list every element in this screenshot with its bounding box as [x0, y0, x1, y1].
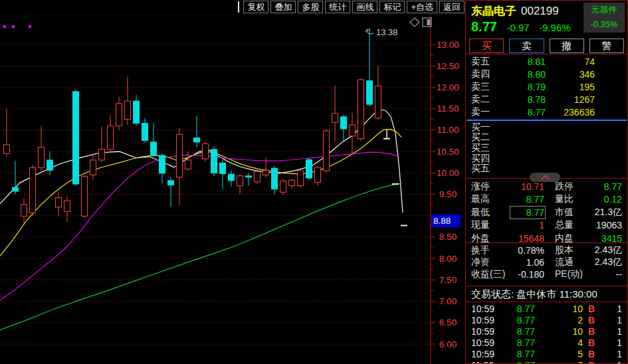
- trade-button-买[interactable]: 买: [469, 39, 504, 53]
- tick-direction-flag: B: [583, 337, 600, 348]
- buy-level-row[interactable]: 买二: [466, 133, 627, 143]
- industry-change: -0.35%: [583, 17, 625, 32]
- candle-body: [39, 147, 45, 168]
- toolbar-button-复权[interactable]: 复权: [243, 1, 268, 13]
- ma-line-MA20: [0, 152, 399, 300]
- level-volume: 74: [546, 56, 595, 67]
- buy-level-row[interactable]: 买三: [466, 143, 627, 153]
- marker-dot: [12, 25, 15, 28]
- trade-status-label: 交易状态:: [471, 288, 514, 300]
- stock-code: 002199: [521, 5, 559, 17]
- tick-count: 1: [600, 326, 622, 337]
- candle-body: [177, 134, 183, 177]
- stats-row: 现量1总量19063: [466, 219, 627, 232]
- tick-time: 10:59: [471, 337, 500, 348]
- sell-level-row[interactable]: 卖二8.781267: [466, 94, 627, 106]
- trade-button-卖[interactable]: 卖: [509, 39, 544, 53]
- level-price: 8.78: [510, 94, 546, 105]
- toolbar-button-返回[interactable]: 返回: [439, 1, 465, 13]
- toolbar-button-标记[interactable]: 标记: [379, 1, 405, 13]
- candle-body: [375, 86, 381, 118]
- candle-body: [246, 176, 252, 177]
- candle-body: [21, 205, 27, 216]
- level-label: 卖一: [471, 106, 510, 118]
- stat-value: 8.77: [511, 194, 544, 205]
- buy-levels: 买一买二买三买四买五: [466, 122, 627, 174]
- price-row: 8.77 -0.97 -9.96%: [471, 19, 571, 35]
- tick-row: 10:598.7710B1: [466, 303, 627, 314]
- candle-body: [324, 131, 330, 171]
- tick-row: 10:598.775B1: [466, 348, 627, 359]
- candle-body: [358, 80, 364, 139]
- buy-level-row[interactable]: 买一: [466, 122, 627, 133]
- divider: [466, 54, 627, 54]
- toolbar-button-画线[interactable]: 画线: [352, 1, 377, 13]
- trade-button-警[interactable]: 警: [589, 39, 624, 53]
- level-label: 卖三: [471, 81, 510, 93]
- stats-grid-secondary: 换手0.78%股本2.43亿净资1.06流通2.43亿收益(三)-0.180PE…: [466, 244, 627, 280]
- stat-label: PE(动): [555, 268, 593, 280]
- axis-label: 7.50: [439, 275, 457, 285]
- divider: [466, 242, 627, 243]
- level-price: 8.81: [510, 56, 546, 67]
- candle-body: [82, 176, 88, 216]
- candle-body: [159, 155, 165, 173]
- buy-level-row[interactable]: 买四: [466, 153, 627, 164]
- tick-time: 10:59: [471, 349, 500, 359]
- tick-row: 10:598.774B1: [466, 337, 627, 348]
- candle-body: [73, 92, 79, 184]
- stat-value: 21.3亿: [593, 207, 622, 219]
- toolbar-button-统计[interactable]: 统计: [325, 1, 350, 13]
- axis-label: 13.00: [437, 40, 459, 50]
- level-label: 买五: [471, 163, 510, 175]
- toolbar-button-+自选[interactable]: +自选: [407, 1, 437, 13]
- diamond-icon: [410, 18, 419, 27]
- toolbar-button-多股[interactable]: 多股: [298, 1, 323, 13]
- sell-level-row[interactable]: 卖一8.77236636: [466, 106, 627, 119]
- stat-value: --: [593, 269, 622, 280]
- stat-value: 1.06: [511, 257, 544, 268]
- stock-title: 东晶电子002199: [471, 3, 559, 19]
- tick-count: 1: [600, 315, 622, 325]
- stat-value: 19063: [593, 220, 622, 230]
- stat-label: 股本: [555, 244, 593, 256]
- tick-price: 8.77: [500, 315, 535, 325]
- axis-label: 12.50: [437, 61, 459, 71]
- tick-direction-flag: B: [583, 326, 600, 337]
- candlestick-chart[interactable]: 13.0012.5012.0011.5011.0010.5010.009.508…: [0, 15, 465, 364]
- stat-value: -0.180: [511, 269, 544, 280]
- trade-button-撤[interactable]: 撤: [550, 39, 584, 53]
- stat-value: 1: [511, 220, 544, 230]
- sell-level-row[interactable]: 卖三8.79195: [466, 80, 627, 93]
- stock-name: 东晶电子: [471, 5, 516, 17]
- sell-level-row[interactable]: 卖四8.80346: [466, 68, 627, 80]
- toolbar-button-叠加[interactable]: 叠加: [270, 1, 296, 13]
- axis-label: 8.50: [439, 232, 457, 242]
- stat-label: 最高: [471, 193, 511, 205]
- trade-status: 交易状态: 盘中休市 11:30:00: [471, 288, 597, 301]
- tick-price: 8.77: [500, 349, 535, 359]
- tick-volume: 10: [535, 304, 583, 314]
- stat-label: 涨停: [471, 181, 511, 193]
- tick-direction-flag: B: [583, 360, 600, 364]
- ma-line-MA10: [0, 130, 401, 256]
- candle-body: [315, 167, 321, 183]
- candle-body: [306, 159, 312, 178]
- price-change: -0.97: [506, 22, 529, 33]
- quote-panel: 东晶电子002199 元器件 -0.35% 8.77 -0.97 -9.96% …: [465, 0, 628, 364]
- stats-row: 最低8.77市值21.3亿: [466, 206, 627, 219]
- collapse-chevron-button[interactable]: [530, 173, 560, 182]
- stat-label: 换手: [471, 244, 511, 256]
- split-window-icon-fill: [427, 19, 431, 25]
- tick-list[interactable]: 10:598.7710B110:598.772B110:598.7710B110…: [466, 303, 627, 364]
- stat-label: 流通: [555, 256, 593, 268]
- stat-label: 收益(三): [471, 268, 511, 280]
- tick-time: 11:00: [471, 360, 500, 364]
- tick-volume: 4: [535, 337, 583, 348]
- stat-value: 8.77: [511, 207, 544, 218]
- stats-row: 最高8.77量比0.12: [466, 193, 627, 207]
- industry-box[interactable]: 元器件 -0.35%: [583, 3, 625, 33]
- axis-label: 10.50: [437, 147, 459, 157]
- candle-body: [341, 117, 347, 129]
- sell-level-row[interactable]: 卖五8.8174: [466, 55, 627, 68]
